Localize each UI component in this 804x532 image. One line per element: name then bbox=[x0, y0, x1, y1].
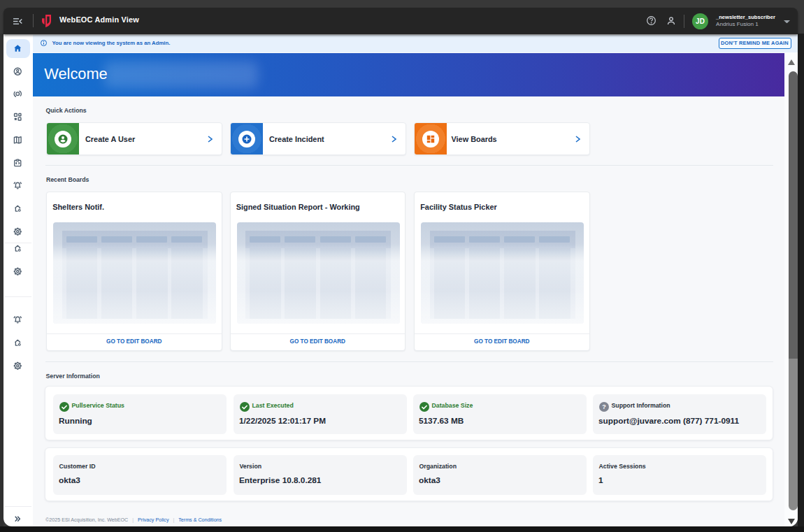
svg-text:?: ? bbox=[602, 403, 606, 410]
